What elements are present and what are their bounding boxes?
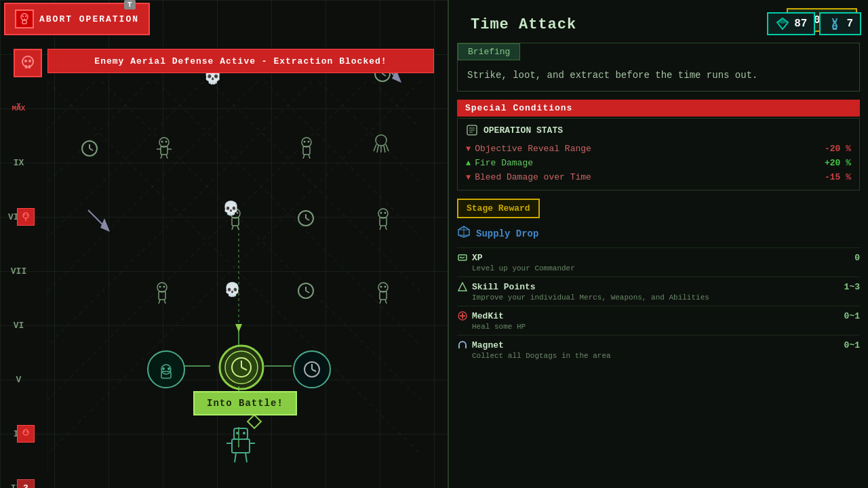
abort-icon [15,9,34,28]
stat-arrow-3: ▼ [466,173,471,182]
skill-points-label: Skill Points [472,282,536,292]
stat-value-2: +20 % [825,158,851,168]
node-clock-v [296,281,315,304]
svg-point-30 [22,16,24,17]
svg-rect-118 [232,439,250,453]
op-stats-label: OPERATION STATS [484,125,563,136]
row-badge-viii [17,208,35,226]
op-stats-box: OPERATION STATS ▼ Objective Reveal Range… [457,118,860,190]
row-viii: VIII [0,190,37,244]
svg-rect-98 [380,291,387,300]
svg-point-117 [243,432,245,434]
svg-line-69 [384,146,385,152]
briefing-tab[interactable]: Briefing [458,43,520,60]
svg-line-122 [245,453,247,462]
svg-point-97 [384,286,387,288]
xp-value: 0 [854,253,860,263]
svg-point-65 [376,135,387,146]
svg-line-100 [385,300,387,304]
diamond-icon [775,16,790,31]
row-badge-iii: 3 [17,479,35,488]
medkit-value: 0~1 [844,311,860,321]
svg-point-51 [159,138,169,147]
xp-desc: Level up your Commander [457,264,860,272]
reward-xp: XP 0 Level up your Commander [457,247,860,277]
svg-point-61 [308,141,310,143]
stat-row-1: ▼ Objective Reveal Range -20 % [466,142,851,156]
row-vii: VII [0,244,37,298]
node-octopus-ix [370,132,393,159]
svg-point-59 [302,138,311,147]
svg-point-41 [26,214,28,216]
svg-marker-24 [100,218,110,232]
dna-resource: 7 [819,12,861,35]
svg-rect-36 [25,65,27,68]
medkit-desc: Heal some HP [457,323,860,331]
svg-line-64 [309,155,310,159]
right-panel: Time Attack ⏱ 03:00 Briefing Strike, loo… [448,0,868,488]
skill-points-icon [457,281,468,292]
medkit-icon [457,310,468,321]
svg-rect-37 [28,65,31,68]
svg-line-99 [380,300,381,304]
svg-line-75 [232,226,233,230]
svg-point-42 [23,430,28,435]
row-badge-iv [17,425,35,443]
stage-reward-header: Stage Reward [457,199,540,218]
node-skull-vii: 💀 [222,200,239,217]
svg-point-43 [24,431,25,432]
svg-point-82 [384,212,387,214]
svg-line-91 [164,300,165,304]
medkit-label: MedKit [472,311,504,321]
svg-point-34 [24,60,27,62]
svg-point-104 [167,367,170,370]
supply-drop-label: Supply Drop [476,228,538,239]
node-enemy-ix-1 [153,136,176,162]
svg-point-116 [236,432,239,434]
special-conditions-header: Special Conditions [457,100,860,117]
svg-line-57 [161,155,162,159]
op-stats-title: OPERATION STATS [466,124,851,136]
svg-line-121 [235,453,236,462]
stat-arrow-1: ▼ [466,144,471,154]
node-right-active[interactable] [292,349,332,390]
row-v: V [0,352,37,407]
stat-name-1: Objective Reveal Range [475,144,591,154]
into-battle-button[interactable]: Into Battle! [193,391,297,415]
svg-line-94 [306,291,309,293]
xp-icon [457,252,468,263]
node-left-active[interactable] [146,349,186,390]
top-bar: ABORT OPERATION T [0,0,448,47]
stat-value-1: -20 % [825,144,851,154]
svg-rect-74 [232,218,239,226]
svg-rect-29 [22,20,26,24]
stat-name-3: Bleed Damage over Time [475,172,591,182]
svg-point-35 [28,60,31,62]
magnet-label: Magnet [472,340,504,350]
svg-point-95 [378,283,388,292]
node-clock-ix-left [80,139,99,161]
node-enemy-v-right [372,281,395,307]
svg-rect-62 [303,146,310,155]
stage-reward: Stage Reward Supply Drop XP [457,199,860,364]
node-skull-v: 💀 [224,281,241,298]
skull-icon [14,49,42,77]
svg-rect-89 [159,291,165,300]
skill-points-value: 1~3 [844,282,860,292]
svg-rect-54 [161,146,167,155]
stats-icon [466,124,478,136]
svg-line-70 [386,144,389,151]
supply-drop-icon [457,225,471,242]
svg-line-84 [380,226,381,230]
magnet-icon [457,340,468,350]
node-center-active[interactable] [218,344,264,390]
svg-point-96 [380,286,382,288]
svg-point-60 [304,141,306,143]
svg-point-53 [165,141,167,143]
svg-point-103 [162,367,165,370]
svg-point-44 [26,431,28,432]
svg-point-86 [157,283,167,292]
svg-point-87 [159,286,161,288]
skill-points-desc: Improve your individual Mercs, Weapons, … [457,293,860,302]
dna-icon [827,16,842,31]
